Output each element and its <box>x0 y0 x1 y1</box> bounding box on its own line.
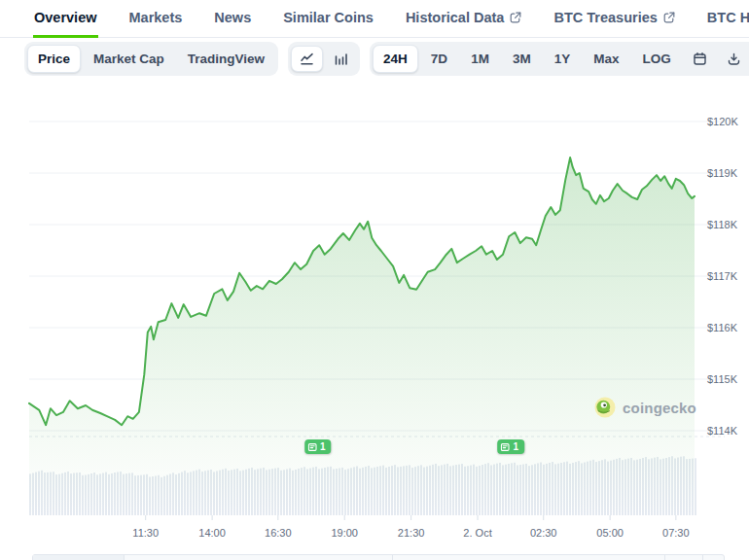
price-chart[interactable] <box>0 0 749 560</box>
x-axis-label: 02:30 <box>530 527 557 539</box>
y-axis-label: $120K <box>707 116 738 128</box>
range-log-button[interactable]: LOG <box>631 45 681 73</box>
x-axis-label: 19:00 <box>331 527 358 539</box>
news-event-badge[interactable]: 1 <box>497 439 524 454</box>
tab-markets[interactable]: Markets <box>128 0 184 38</box>
external-link-icon <box>510 12 521 23</box>
range-7d-button[interactable]: 7D <box>420 45 458 73</box>
coingecko-logo-icon <box>594 397 616 418</box>
table-col-1 <box>33 555 125 560</box>
news-badge-icon <box>307 442 317 452</box>
range-3m-button[interactable]: 3M <box>502 45 542 73</box>
tab-btc-halving[interactable]: BTC Halving <box>706 0 749 38</box>
table-header-partial <box>32 554 725 560</box>
tab-label: Markets <box>129 10 183 25</box>
tab-label: Overview <box>34 10 97 25</box>
line-chart-icon[interactable] <box>291 46 323 72</box>
tab-news[interactable]: News <box>213 0 252 38</box>
external-link-icon <box>663 12 675 23</box>
metric-toggle-group: PriceMarket CapTradingView <box>24 42 278 76</box>
news-badge-icon <box>500 442 510 452</box>
tab-label: News <box>214 10 251 25</box>
table-col-4 <box>665 555 703 560</box>
y-axis-label: $115K <box>707 373 737 386</box>
x-axis-label: 05:00 <box>596 527 624 539</box>
calendar-icon[interactable] <box>684 46 716 72</box>
tab-similar-coins[interactable]: Similar Coins <box>282 0 374 38</box>
tab-overview[interactable]: Overview <box>33 0 98 38</box>
chart-toolbar: PriceMarket CapTradingView24H7D1M3M1YMax… <box>24 42 749 76</box>
range-24h-button[interactable]: 24H <box>373 45 418 73</box>
x-axis-label: 11:30 <box>132 527 159 539</box>
table-col-5 <box>703 555 724 560</box>
table-col-3 <box>393 555 665 560</box>
range-1y-button[interactable]: 1Y <box>544 45 582 73</box>
coingecko-watermark: coingecko <box>594 397 696 418</box>
y-axis-label: $119K <box>707 167 737 180</box>
tab-label: Historical Data <box>406 10 505 25</box>
range-max-button[interactable]: Max <box>583 45 629 73</box>
tradingview-button[interactable]: TradingView <box>177 45 275 73</box>
coin-overview-page: OverviewMarketsNewsSimilar CoinsHistoric… <box>0 0 749 560</box>
x-axis-label: 2. Oct <box>463 527 491 539</box>
news-event-badge[interactable]: 1 <box>304 439 332 454</box>
candlestick-chart-icon[interactable] <box>325 46 357 72</box>
tab-historical-data[interactable]: Historical Data <box>405 0 523 38</box>
watermark-label: coingecko <box>623 400 696 416</box>
event-count: 1 <box>320 441 326 452</box>
y-axis-label: $118K <box>707 219 737 231</box>
tab-label: BTC Halving <box>707 10 749 25</box>
y-axis-label: $114K <box>707 425 737 438</box>
coin-nav-tabs: OverviewMarketsNewsSimilar CoinsHistoric… <box>0 0 749 38</box>
download-icon[interactable] <box>718 46 749 72</box>
x-axis-label: 16:30 <box>265 527 292 539</box>
price-button[interactable]: Price <box>27 45 81 73</box>
tab-label: BTC Treasuries <box>553 10 657 25</box>
tab-btc-treasuries[interactable]: BTC Treasuries <box>553 0 675 38</box>
event-count: 1 <box>513 441 518 452</box>
x-axis-label: 07:30 <box>662 527 690 539</box>
range-toggle-group: 24H7D1M3M1YMaxLOG <box>370 42 749 76</box>
chart-type-group <box>288 42 360 76</box>
x-axis-label: 14:00 <box>198 527 226 539</box>
y-axis-label: $117K <box>707 270 737 283</box>
tab-label: Similar Coins <box>283 10 374 25</box>
table-col-2 <box>125 555 393 560</box>
y-axis-label: $116K <box>707 322 737 334</box>
x-axis-label: 21:30 <box>398 527 425 539</box>
range-1m-button[interactable]: 1M <box>460 45 500 73</box>
market-cap-button[interactable]: Market Cap <box>83 45 175 73</box>
